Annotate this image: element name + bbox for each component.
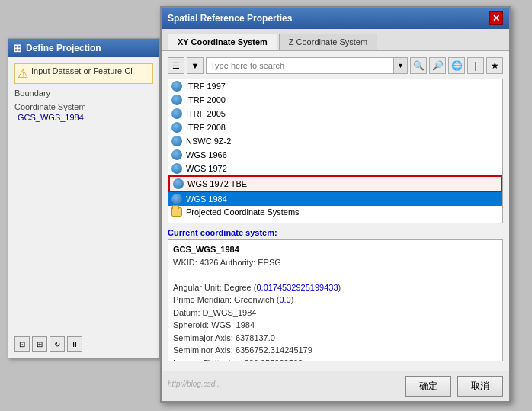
cs-item-wgs1972[interactable]: WGS 1972 bbox=[168, 162, 502, 175]
projection-icon: ⊞ bbox=[13, 42, 22, 54]
dialog-titlebar: Spatial Reference Properties ✕ bbox=[162, 8, 509, 29]
panel-btn-3[interactable]: ↻ bbox=[50, 336, 65, 352]
globe-icon-wgs1972 bbox=[171, 163, 182, 174]
globe-icon-itrf2000 bbox=[171, 95, 182, 105]
tab-xy-coordinate[interactable]: XY Coordinate System bbox=[168, 34, 277, 50]
dialog-close-button[interactable]: ✕ bbox=[489, 11, 503, 25]
cs-semimajor: Semimajor Axis: 6378137.0 bbox=[173, 332, 498, 345]
cs-blank bbox=[173, 268, 498, 281]
dialog-title: Spatial Reference Properties bbox=[168, 13, 292, 24]
cs-item-label: ITRF 2005 bbox=[186, 109, 226, 118]
toolbar-row: ☰ ▼ ▼ 🔍 🔎 🌐 | ★ bbox=[168, 57, 503, 74]
cs-item-wgs1972tbe[interactable]: WGS 1972 TBE bbox=[168, 175, 502, 192]
cs-item-label: WGS 1966 bbox=[186, 150, 227, 159]
input-label: Boundary bbox=[14, 88, 153, 98]
define-projection-body: ⚠ Input Dataset or Feature Cl Boundary C… bbox=[8, 57, 159, 128]
panel-btn-4[interactable]: ⏸ bbox=[67, 336, 82, 352]
cs-item-label: ITRF 1997 bbox=[186, 82, 226, 91]
globe-icon-btn[interactable]: 🌐 bbox=[448, 57, 465, 74]
warning-text: Input Dataset or Feature Cl bbox=[31, 66, 133, 75]
dialog-tabs: XY Coordinate System Z Coordinate System bbox=[162, 29, 509, 51]
globe-icon-wgs1966 bbox=[171, 149, 182, 160]
cs-name: GCS_WGS_1984 bbox=[173, 243, 498, 256]
define-projection-titlebar: ⊞ Define Projection bbox=[8, 39, 159, 57]
globe-icon-itrf2008 bbox=[171, 122, 182, 133]
panel-toolbar: ⊡ ⊞ ↻ ⏸ bbox=[14, 336, 82, 352]
cancel-button[interactable]: 取消 bbox=[457, 376, 503, 397]
current-cs-box: GCS_WGS_1984 WKID: 4326 Authority: EPSG … bbox=[168, 239, 503, 361]
cs-item-label: ITRF 2008 bbox=[186, 123, 226, 132]
cs-item-wgs1966[interactable]: WGS 1966 bbox=[168, 148, 502, 162]
folder-icon-projected bbox=[171, 207, 182, 217]
cs-prime-meridian: Prime Meridian: Greenwich (0.0) bbox=[173, 294, 498, 307]
warning-icon: ⚠ bbox=[18, 66, 28, 81]
cs-item-label: NSWC 9Z-2 bbox=[186, 136, 231, 146]
panel-btn-2[interactable]: ⊞ bbox=[32, 336, 47, 352]
warning-row: ⚠ Input Dataset or Feature Cl bbox=[14, 63, 153, 84]
globe-icon-wgs1972tbe bbox=[173, 178, 184, 189]
search2-icon-btn[interactable]: 🔎 bbox=[429, 57, 446, 74]
globe-icon-wgs1984 bbox=[171, 194, 182, 204]
coordinate-system-value: GCS_WGS_1984 bbox=[14, 113, 153, 122]
define-projection-panel: ⊞ Define Projection ⚠ Input Dataset or F… bbox=[8, 38, 160, 358]
globe-icon-itrf2005 bbox=[171, 108, 182, 119]
cs-item-wgs1984[interactable]: WGS 1984 bbox=[168, 192, 502, 206]
search-input[interactable] bbox=[206, 57, 394, 74]
globe-icon-itrf1997 bbox=[171, 81, 182, 92]
current-cs-label: Current coordinate system: bbox=[168, 228, 503, 237]
globe-icon-nswc9z2 bbox=[171, 136, 182, 146]
cs-wkid: WKID: 4326 Authority: EPSG bbox=[173, 256, 498, 269]
cs-angular-unit: Angular Unit: Degree (0.0174532925199433… bbox=[173, 281, 498, 294]
cs-semiminor: Semiminor Axis: 6356752.314245179 bbox=[173, 344, 498, 357]
dropdown-arrow-btn[interactable]: ▼ bbox=[187, 57, 204, 74]
cs-list-container[interactable]: ITRF 1997 ITRF 2000 ITRF 2005 ITRF 2008 … bbox=[168, 79, 503, 223]
panel-btn-1[interactable]: ⊡ bbox=[14, 336, 30, 352]
cs-item-label: WGS 1984 bbox=[186, 194, 227, 204]
coordinate-system-label: Coordinate System bbox=[14, 102, 153, 111]
spatial-ref-dialog: Spatial Reference Properties ✕ XY Coordi… bbox=[160, 6, 511, 403]
cs-spheroid: Spheroid: WGS_1984 bbox=[173, 319, 498, 332]
watermark: http://blog.csd... bbox=[168, 380, 222, 388]
cs-item-itrf2000[interactable]: ITRF 2000 bbox=[168, 93, 502, 107]
star-icon-btn[interactable]: ★ bbox=[486, 57, 503, 74]
cs-item-label: Projected Coordinate Systems bbox=[186, 207, 300, 217]
confirm-button[interactable]: 确定 bbox=[405, 376, 451, 397]
cs-datum: Datum: D_WGS_1984 bbox=[173, 307, 498, 319]
define-projection-title: Define Projection bbox=[26, 43, 101, 53]
search-icon-btn[interactable]: 🔍 bbox=[410, 57, 427, 74]
cs-item-itrf1997[interactable]: ITRF 1997 bbox=[168, 79, 502, 93]
cs-item-itrf2008[interactable]: ITRF 2008 bbox=[168, 120, 502, 134]
cs-inverse-flattening: Inverse Flattening: 298.257223563 bbox=[173, 357, 498, 362]
separator-icon: | bbox=[467, 57, 484, 74]
filter-btn[interactable]: ☰ bbox=[168, 57, 184, 74]
dialog-content: ☰ ▼ ▼ 🔍 🔎 🌐 | ★ ITRF 1997 ITRF 2000 bbox=[162, 51, 509, 368]
cs-item-itrf2005[interactable]: ITRF 2005 bbox=[168, 107, 502, 120]
search-dropdown-btn[interactable]: ▼ bbox=[394, 57, 408, 74]
cs-item-label: WGS 1972 TBE bbox=[187, 179, 247, 188]
tab-z-coordinate[interactable]: Z Coordinate System bbox=[279, 34, 377, 50]
cs-item-projected[interactable]: Projected Coordinate Systems bbox=[168, 206, 502, 218]
search-box-wrap: ▼ bbox=[206, 57, 408, 74]
cs-item-label: ITRF 2000 bbox=[186, 95, 226, 104]
cs-item-nswc9z2[interactable]: NSWC 9Z-2 bbox=[168, 134, 502, 148]
cs-item-label: WGS 1972 bbox=[186, 164, 227, 173]
